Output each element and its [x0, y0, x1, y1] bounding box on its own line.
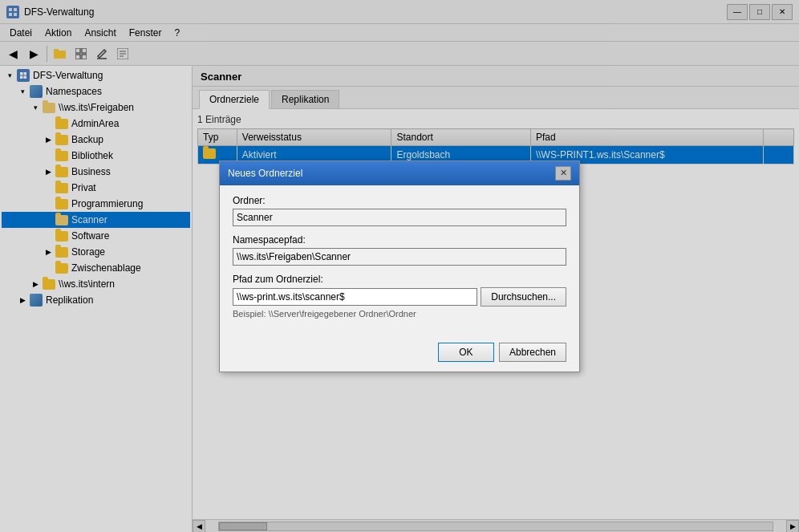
namespacepfad-input[interactable]: [233, 248, 566, 266]
namespacepfad-label: Namespacepfad:: [233, 234, 566, 246]
modal-title: Neues Ordnerziel: [228, 168, 302, 179]
browse-button[interactable]: Durchsuchen...: [481, 287, 566, 307]
modal-title-bar: Neues Ordnerziel ✕: [220, 161, 579, 185]
ok-button[interactable]: OK: [438, 343, 494, 362]
modal-close-button[interactable]: ✕: [555, 166, 571, 181]
ordner-input[interactable]: [233, 209, 566, 226]
example-text: Beispiel: \\Server\freigegebener Ordner\…: [233, 309, 566, 319]
modal-dialog: Neues Ordnerziel ✕ Ordner: Namespacepfad…: [219, 160, 580, 372]
namespacepfad-group: Namespacepfad:: [233, 234, 566, 266]
ordner-label: Ordner:: [233, 195, 566, 206]
pfad-group: Pfad zum Ordnerziel: Durchsuchen... Beis…: [233, 274, 566, 319]
cancel-button[interactable]: Abbrechen: [499, 343, 566, 362]
modal-footer: OK Abbrechen: [220, 336, 579, 372]
ordner-group: Ordner:: [233, 195, 566, 226]
pfad-label: Pfad zum Ordnerziel:: [233, 274, 566, 285]
pfad-input[interactable]: [233, 288, 477, 306]
path-row: Durchsuchen...: [233, 287, 566, 307]
modal-body: Ordner: Namespacepfad: Pfad zum Ordnerzi…: [220, 185, 579, 336]
modal-overlay: Neues Ordnerziel ✕ Ordner: Namespacepfad…: [0, 0, 799, 532]
